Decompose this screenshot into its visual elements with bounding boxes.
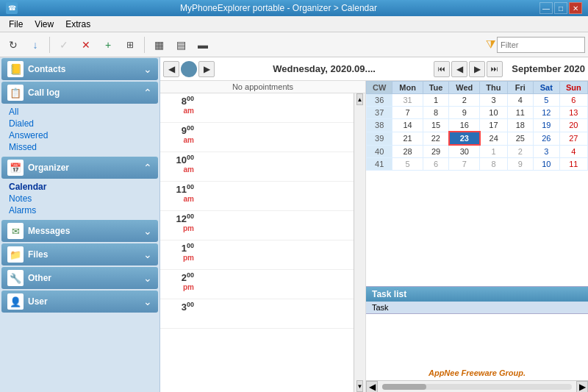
- week-row-37: 37 7 8 9 10 11 12 13: [367, 107, 588, 119]
- organizer-calendar[interactable]: Calendar: [6, 181, 154, 193]
- day-9[interactable]: 9: [449, 107, 480, 119]
- view2-button[interactable]: ▤: [171, 35, 191, 54]
- day-8[interactable]: 8: [423, 107, 448, 119]
- time-label-2pm: 200 pm: [160, 270, 197, 299]
- menu-extras[interactable]: Extras: [60, 18, 96, 31]
- day-4-next[interactable]: 4: [559, 145, 587, 158]
- organizer-alarms[interactable]: Alarms: [6, 204, 154, 216]
- mini-cal-prev-button[interactable]: ◀: [451, 61, 467, 77]
- day-1-next[interactable]: 1: [480, 145, 507, 158]
- calllog-answered[interactable]: Answered: [6, 129, 154, 141]
- calllog-missed[interactable]: Missed: [6, 141, 154, 153]
- day-29[interactable]: 29: [423, 145, 448, 158]
- day-19[interactable]: 19: [534, 119, 559, 132]
- day-8-next[interactable]: 8: [480, 158, 507, 171]
- mini-cal-skip-fwd-button[interactable]: ⏭: [487, 61, 503, 77]
- sidebar-item-messages[interactable]: ✉ Messages ⌄: [1, 220, 158, 242]
- time-scroll-down[interactable]: ▼: [356, 380, 364, 392]
- day-1[interactable]: 1: [423, 94, 448, 107]
- hscroll-track[interactable]: [382, 384, 572, 390]
- day-6-next[interactable]: 6: [423, 158, 448, 171]
- cal-today-button[interactable]: [181, 61, 197, 77]
- maximize-button[interactable]: □: [554, 2, 567, 14]
- add-button[interactable]: +: [98, 35, 118, 54]
- time-slot-1pm: 100 pm: [160, 240, 354, 270]
- sidebar-item-files[interactable]: 📁 Files ⌄: [1, 243, 158, 266]
- cw-36: 36: [367, 94, 392, 107]
- day-12[interactable]: 12: [534, 107, 559, 119]
- day-11[interactable]: 11: [507, 107, 533, 119]
- day-22[interactable]: 22: [423, 132, 448, 145]
- minimize-button[interactable]: —: [539, 2, 553, 14]
- day-3[interactable]: 3: [480, 94, 507, 107]
- day-16[interactable]: 16: [449, 119, 480, 132]
- day-4[interactable]: 4: [507, 94, 533, 107]
- calllog-items: All Dialed Answered Missed: [0, 104, 159, 156]
- day-20[interactable]: 20: [559, 119, 587, 132]
- cal-prev-button[interactable]: ◀: [163, 61, 179, 77]
- day-30[interactable]: 30: [449, 145, 480, 158]
- refresh-button[interactable]: ↻: [3, 35, 24, 54]
- day-24[interactable]: 24: [480, 132, 507, 145]
- time-slots[interactable]: 800 am 900 am: [160, 93, 354, 392]
- day-23-today[interactable]: 23: [449, 132, 480, 145]
- time-label-8: 800 am: [160, 93, 197, 122]
- day-5-next[interactable]: 5: [392, 158, 423, 171]
- view1-button[interactable]: ▦: [148, 35, 169, 54]
- day-31-prev[interactable]: 31: [392, 94, 423, 107]
- day-21[interactable]: 21: [392, 132, 423, 145]
- day-15[interactable]: 15: [423, 119, 448, 132]
- day-9-next[interactable]: 9: [507, 158, 533, 171]
- day-5[interactable]: 5: [534, 94, 559, 107]
- close-button[interactable]: ✕: [569, 2, 582, 14]
- organizer-notes[interactable]: Notes: [6, 193, 154, 204]
- day-17[interactable]: 17: [480, 119, 507, 132]
- time-label-9: 900 am: [160, 123, 197, 152]
- day-14[interactable]: 14: [392, 119, 423, 132]
- day-18[interactable]: 18: [507, 119, 533, 132]
- sidebar-item-contacts[interactable]: 📒 Contacts ⌄: [1, 58, 158, 80]
- add-special-button[interactable]: ⊞: [120, 35, 140, 54]
- sidebar-item-other[interactable]: 🔧 Other ⌄: [1, 267, 158, 289]
- day-2-next[interactable]: 2: [507, 145, 533, 158]
- delete-button[interactable]: ✕: [76, 35, 96, 54]
- sidebar-item-user[interactable]: 👤 User ⌄: [1, 291, 158, 313]
- mini-cal-next-button[interactable]: ▶: [469, 61, 485, 77]
- hscroll-left-button[interactable]: ◀: [366, 381, 378, 393]
- day-6[interactable]: 6: [559, 94, 587, 107]
- filter-input[interactable]: [497, 37, 585, 53]
- day-3-next[interactable]: 3: [534, 145, 559, 158]
- mini-cal-skip-back-button[interactable]: ⏮: [434, 61, 450, 77]
- day-11-next[interactable]: 11: [559, 158, 587, 171]
- day-7-next[interactable]: 7: [449, 158, 480, 171]
- day-7[interactable]: 7: [392, 107, 423, 119]
- time-slot-8: 800 am: [160, 93, 354, 123]
- calllog-all[interactable]: All: [6, 106, 154, 118]
- time-label-3pm: 300: [160, 299, 197, 328]
- horizontal-scrollbar[interactable]: ◀ ▶: [366, 380, 588, 392]
- day-28[interactable]: 28: [392, 145, 423, 158]
- save-button[interactable]: ✓: [54, 35, 74, 54]
- task-list-body[interactable]: [366, 314, 588, 366]
- sidebar-item-organizer[interactable]: 📅 Organizer ⌃: [1, 157, 158, 179]
- view3-button[interactable]: ▬: [193, 35, 213, 54]
- day-13[interactable]: 13: [559, 107, 587, 119]
- day-27[interactable]: 27: [559, 132, 587, 145]
- cal-next-button[interactable]: ▶: [198, 61, 215, 77]
- time-scroll-up[interactable]: ▲: [356, 93, 364, 105]
- hscroll-right-button[interactable]: ▶: [576, 381, 588, 393]
- day-10[interactable]: 10: [480, 107, 507, 119]
- day-10-next[interactable]: 10: [534, 158, 559, 171]
- calllog-dialed[interactable]: Dialed: [6, 118, 154, 129]
- sync-button[interactable]: ↓: [25, 35, 46, 54]
- menu-view[interactable]: View: [29, 18, 60, 31]
- day-25[interactable]: 25: [507, 132, 533, 145]
- menu-file[interactable]: File: [3, 18, 29, 31]
- time-scrollbar[interactable]: ▲ ▼: [354, 93, 365, 392]
- sidebar-item-calllog[interactable]: 📋 Call log ⌃: [1, 82, 158, 104]
- week-row-38: 38 14 15 16 17 18 19 20: [367, 119, 588, 132]
- day-26[interactable]: 26: [534, 132, 559, 145]
- hscroll-thumb[interactable]: [382, 384, 426, 390]
- day-2[interactable]: 2: [449, 94, 480, 107]
- task-list-footer: AppNee Freeware Group.: [366, 366, 588, 380]
